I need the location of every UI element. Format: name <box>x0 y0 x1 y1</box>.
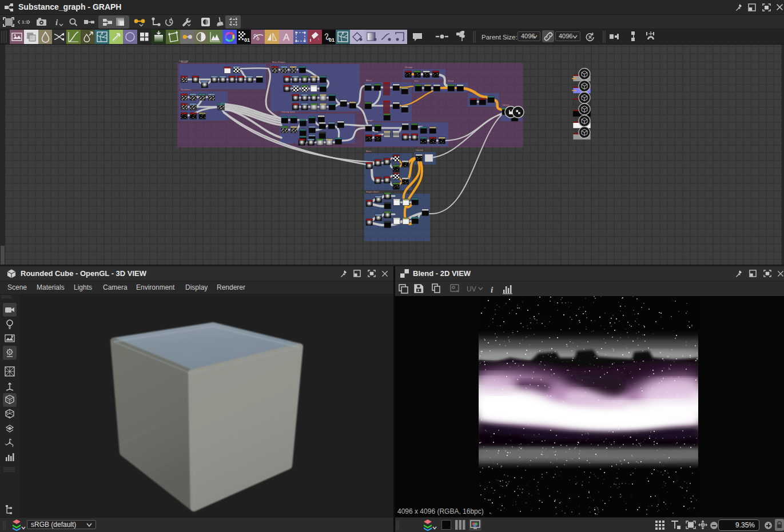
svg-text:Mask: Mask <box>366 150 372 153</box>
svg-text:UV: UV <box>467 285 476 293</box>
svg-text:Main Shapes: Main Shapes <box>272 61 285 63</box>
svg-text:Blend: Blend <box>448 79 453 82</box>
svg-text:Moss: Moss <box>366 79 372 82</box>
svg-text:i: i <box>491 285 494 294</box>
svg-text:A: A <box>283 32 290 43</box>
svg-text:1:1: 1:1 <box>22 19 29 25</box>
svg-text:01: 01 <box>244 37 250 43</box>
svg-text:i: i <box>55 18 58 27</box>
svg-text:01: 01 <box>329 37 335 43</box>
svg-text:Overlay noise: Overlay noise <box>281 110 296 113</box>
svg-text:Output: Output <box>502 103 510 106</box>
svg-text:Gravel: Gravel <box>181 61 188 63</box>
svg-text:Grunge: Grunge <box>405 66 413 69</box>
svg-text:Blur: Blur <box>415 79 419 82</box>
svg-text:Variations: Variations <box>181 88 191 91</box>
svg-text:Height blend: Height blend <box>366 190 379 193</box>
svg-text:Normal: Normal <box>416 149 423 151</box>
